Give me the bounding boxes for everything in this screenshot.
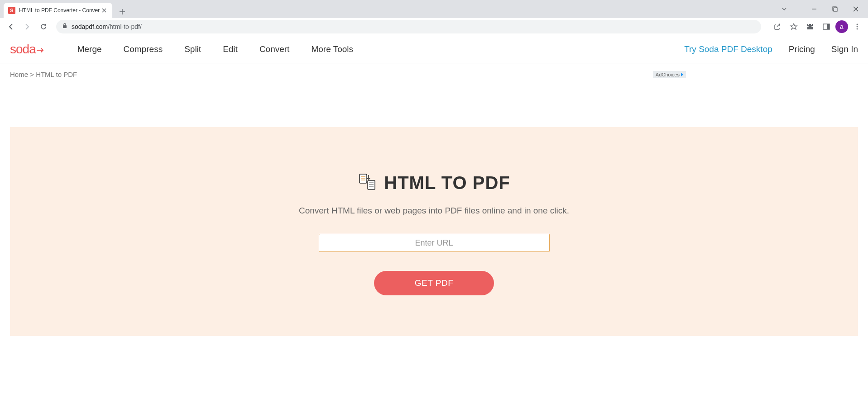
nav-edit[interactable]: Edit [223,44,238,54]
nav-compress[interactable]: Compress [124,44,163,54]
sign-in-link[interactable]: Sign In [831,44,858,54]
tab-favicon: S [8,7,15,14]
svg-point-6 [857,26,858,27]
bookmark-star-icon[interactable] [786,19,801,34]
nav-split[interactable]: Split [184,44,201,54]
browser-tab[interactable]: S HTML to PDF Converter - Conver [4,3,112,18]
hero-title: HTML TO PDF [384,173,510,193]
breadcrumb-home[interactable]: Home [10,71,28,78]
maximize-window-icon[interactable] [825,2,845,16]
adchoices-badge[interactable]: AdChoices [653,71,686,78]
url-input[interactable] [319,234,550,252]
browser-chrome: S HTML to PDF Converter - Conver [0,0,868,35]
forward-button[interactable] [20,19,34,34]
toolbar-right: a [770,19,864,34]
svg-rect-2 [63,25,67,28]
chrome-menu-icon[interactable] [850,19,864,34]
breadcrumb: Home > HTML to PDF [10,71,77,78]
main-nav: Merge Compress Split Edit Convert More T… [77,44,353,54]
adchoices-label: AdChoices [656,72,680,77]
window-controls [774,0,866,18]
browser-toolbar: sodapdf.com/html-to-pdf/ a [0,18,868,35]
profile-avatar[interactable]: a [835,20,848,33]
hero-subtitle: Convert HTML files or web pages into PDF… [28,206,840,216]
share-icon[interactable] [770,19,785,34]
address-bar[interactable]: sodapdf.com/html-to-pdf/ [56,20,761,33]
side-panel-icon[interactable] [819,19,834,34]
extensions-icon[interactable] [803,19,817,34]
html-to-pdf-icon [358,172,377,193]
minimize-window-icon[interactable] [804,2,825,16]
tab-title: HTML to PDF Converter - Conver [19,7,101,14]
hero-title-row: HTML TO PDF [28,172,840,193]
adchoices-icon [681,73,683,76]
lock-icon [62,23,68,31]
site-header: soda Merge Compress Split Edit Convert M… [0,35,868,63]
breadcrumb-current: HTML to PDF [36,71,77,78]
svg-rect-12 [368,180,375,190]
try-desktop-link[interactable]: Try Soda PDF Desktop [684,44,772,54]
hero-card: HTML TO PDF Convert HTML files or web pa… [10,127,858,336]
url-path: /html-to-pdf/ [108,23,142,30]
tab-search-icon[interactable] [774,2,795,16]
svg-rect-8 [360,174,367,183]
breadcrumb-row: Home > HTML to PDF AdChoices [0,63,868,82]
nav-convert[interactable]: Convert [259,44,290,54]
close-tab-icon[interactable] [101,7,108,14]
new-tab-button[interactable] [116,5,129,18]
nav-merge[interactable]: Merge [77,44,102,54]
logo-text: soda [10,42,36,57]
soda-logo[interactable]: soda [10,42,45,57]
svg-point-7 [857,28,858,29]
reload-button[interactable] [36,19,51,34]
page-content: soda Merge Compress Split Edit Convert M… [0,35,868,417]
svg-rect-4 [827,24,830,29]
pricing-link[interactable]: Pricing [789,44,815,54]
url-host: sodapdf.com [72,23,108,30]
get-pdf-button[interactable]: GET PDF [374,271,494,295]
tab-strip: S HTML to PDF Converter - Conver [0,0,868,18]
back-button[interactable] [4,19,18,34]
logo-arrow-icon [37,42,45,57]
svg-rect-1 [834,8,837,11]
close-window-icon[interactable] [845,2,866,16]
nav-more-tools[interactable]: More Tools [311,44,353,54]
right-nav: Try Soda PDF Desktop Pricing Sign In [684,44,858,54]
svg-point-5 [857,24,858,25]
